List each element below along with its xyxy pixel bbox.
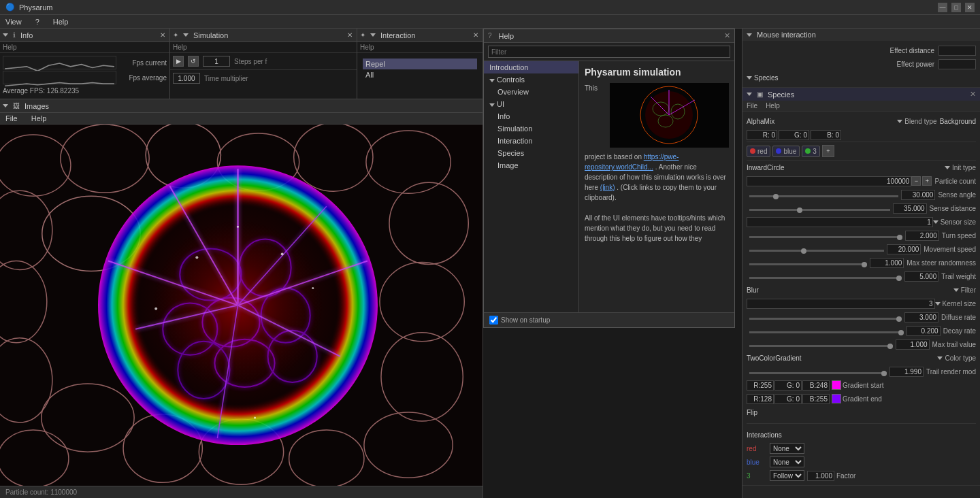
help-tree-controls[interactable]: Controls: [484, 73, 578, 86]
interaction-panel-close[interactable]: ✕: [472, 31, 480, 39]
grad-start-r[interactable]: [747, 380, 774, 391]
gradient-start-swatch[interactable]: [832, 380, 841, 390]
species-panel-close[interactable]: ✕: [970, 90, 976, 99]
species-header-collapse-icon[interactable]: [747, 93, 752, 96]
minimize-btn[interactable]: —: [938, 3, 947, 12]
sensor-size-collapse-icon[interactable]: [933, 220, 938, 224]
trail-render-input[interactable]: [889, 367, 924, 377]
grad-start-g[interactable]: [774, 380, 802, 391]
max-steer-input[interactable]: [870, 258, 904, 268]
grad-end-r[interactable]: [747, 394, 774, 404]
max-steer-label: Max steer randomness: [906, 259, 976, 267]
info-collapse-icon[interactable]: [3, 33, 8, 37]
init-type-collapse-icon[interactable]: [945, 166, 950, 169]
interaction-red-select[interactable]: None Follow Avoid: [770, 443, 804, 454]
grad-end-g[interactable]: [774, 394, 802, 404]
help-tree-ui-interaction[interactable]: Interaction: [484, 135, 578, 147]
interaction-item-all[interactable]: All: [363, 69, 477, 80]
interaction-collapse-icon[interactable]: [370, 33, 376, 37]
sense-angle-slider[interactable]: [749, 195, 898, 197]
kernel-size-collapse-icon[interactable]: [935, 302, 941, 305]
help-close-btn[interactable]: ✕: [724, 31, 730, 40]
blend-type-collapse-icon[interactable]: [897, 120, 902, 123]
info-panel-close[interactable]: ✕: [159, 31, 167, 39]
help-tree-ui-info[interactable]: Info: [484, 110, 578, 122]
trail-weight-input[interactable]: [904, 271, 938, 282]
maximize-btn[interactable]: □: [951, 3, 961, 12]
help-link-2[interactable]: (link): [600, 184, 615, 191]
grad-start-b[interactable]: [802, 380, 830, 391]
reset-btn[interactable]: ↺: [188, 56, 199, 67]
species-collapse-icon[interactable]: [747, 76, 752, 80]
sensor-size-label: Sensor size: [941, 218, 976, 226]
species-tab-red[interactable]: red: [747, 146, 770, 157]
diffuse-rate-slider[interactable]: [749, 318, 902, 320]
movement-speed-input[interactable]: [887, 244, 921, 254]
help-filter-input[interactable]: [488, 46, 730, 58]
movement-speed-row: Movement speed: [747, 242, 976, 256]
close-btn[interactable]: ✕: [965, 3, 975, 12]
turn-speed-slider[interactable]: [749, 236, 902, 238]
images-file-menu[interactable]: File: [3, 113, 20, 124]
sense-distance-slider[interactable]: [749, 209, 890, 211]
help-footer: Show on startup: [484, 312, 734, 327]
max-trail-input[interactable]: [896, 339, 930, 350]
help-tree-ui[interactable]: UI: [484, 98, 578, 110]
filter-collapse-icon[interactable]: [953, 288, 959, 292]
interaction-3-select[interactable]: None Follow Avoid: [770, 470, 804, 481]
movement-speed-slider[interactable]: [749, 250, 884, 252]
species-help-menu[interactable]: Help: [766, 102, 780, 110]
kernel-size-input[interactable]: [747, 299, 935, 309]
diffuse-rate-input[interactable]: [904, 312, 938, 322]
particle-increase-btn[interactable]: +: [922, 176, 932, 186]
mouse-section-collapse-icon[interactable]: [747, 33, 752, 37]
rgb-r-input[interactable]: [747, 130, 777, 140]
decay-rate-input[interactable]: [906, 326, 941, 336]
sim-collapse-icon[interactable]: [183, 33, 189, 37]
grad-end-b[interactable]: [802, 394, 830, 404]
interactions-label: Interactions: [747, 431, 976, 439]
help-tree-ui-species[interactable]: Species: [484, 147, 578, 159]
sense-angle-slider-container: [747, 190, 901, 199]
add-species-btn[interactable]: +: [822, 145, 834, 157]
sense-distance-input[interactable]: [893, 203, 927, 214]
effect-power-input[interactable]: [938, 59, 976, 69]
time-mult-input[interactable]: [173, 73, 200, 84]
interaction-panel-header: ✦ Interaction ✕: [357, 29, 483, 42]
images-help-menu[interactable]: Help: [29, 113, 50, 124]
menu-help[interactable]: Help: [50, 16, 71, 27]
sim-panel-close[interactable]: ✕: [346, 31, 354, 39]
color-type-collapse-icon[interactable]: [937, 356, 943, 360]
sense-angle-input[interactable]: [901, 190, 935, 200]
effect-distance-input[interactable]: [938, 46, 976, 56]
species-tab-3[interactable]: 3: [802, 146, 820, 157]
particle-decrease-btn[interactable]: −: [911, 176, 921, 186]
max-steer-slider[interactable]: [749, 263, 867, 265]
turn-speed-input[interactable]: [905, 231, 939, 241]
show-on-startup-checkbox[interactable]: [489, 316, 498, 325]
sensor-size-input[interactable]: [747, 217, 933, 227]
help-tree-introduction[interactable]: Introduction: [484, 61, 578, 73]
trail-render-slider[interactable]: [749, 372, 887, 374]
species-file-menu[interactable]: File: [747, 102, 757, 110]
menu-question[interactable]: ?: [33, 16, 42, 27]
gradient-end-swatch[interactable]: [832, 394, 841, 403]
menu-view[interactable]: View: [3, 16, 24, 27]
rgb-b-input[interactable]: [811, 130, 841, 140]
help-tree-ui-simulation[interactable]: Simulation: [484, 122, 578, 135]
interaction-3-factor-input[interactable]: [807, 471, 834, 481]
decay-rate-slider[interactable]: [749, 331, 904, 333]
rgb-g-input[interactable]: [779, 130, 809, 140]
help-tree-overview[interactable]: Overview: [484, 86, 578, 98]
interaction-blue-select[interactable]: None Follow Avoid: [770, 456, 804, 467]
help-preview-image: [610, 83, 729, 148]
help-tree-ui-image[interactable]: Image: [484, 159, 578, 171]
max-trail-slider[interactable]: [749, 345, 893, 347]
steps-input[interactable]: [203, 56, 230, 67]
play-btn[interactable]: ▶: [173, 56, 184, 67]
particle-count-input[interactable]: [747, 176, 911, 186]
images-collapse-icon[interactable]: [3, 104, 8, 107]
trail-weight-slider[interactable]: [749, 277, 902, 279]
interaction-item-repel[interactable]: Repel: [363, 59, 477, 69]
species-tab-blue[interactable]: blue: [772, 146, 800, 157]
